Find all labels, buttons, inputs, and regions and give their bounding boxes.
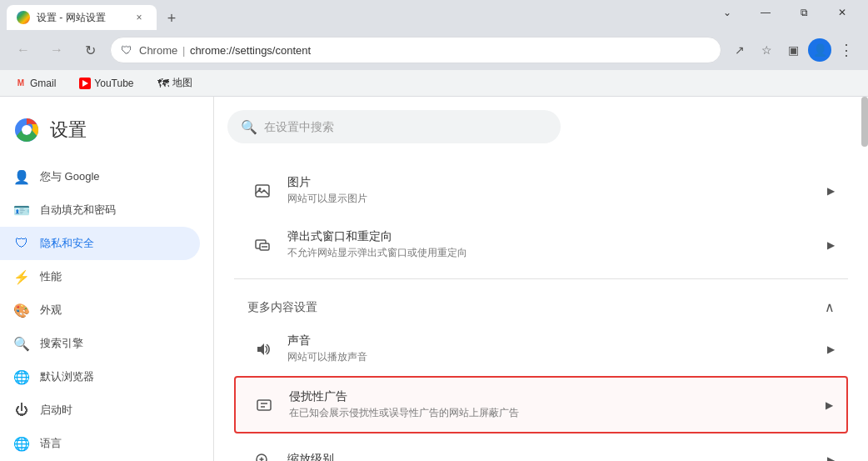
settings-item-images[interactable]: 图片 网站可以显示图片 ▶ (234, 163, 848, 218)
shield-icon: 🛡 (121, 43, 132, 57)
sidebar-item-appearance[interactable]: 🎨 外观 (0, 293, 200, 327)
bookmark-button[interactable]: ☆ (755, 38, 778, 62)
minimize-button[interactable]: — (746, 0, 785, 25)
images-arrow-icon: ▶ (827, 185, 835, 197)
settings-item-ads-text: 侵扰性广告 在已知会展示侵扰性或误导性广告的网站上屏蔽广告 (289, 389, 826, 420)
zoom-arrow-icon: ▶ (827, 454, 835, 461)
sidebar: 设置 👤 您与 Google 🪪 自动填充和密码 🛡 隐私和安全 ⚡ 性能 🎨 … (0, 97, 213, 461)
close-icon: ✕ (838, 7, 846, 18)
share-button[interactable]: ↗ (728, 38, 751, 62)
forward-icon: → (50, 43, 63, 58)
active-tab[interactable]: 设置 - 网站设置 × (7, 5, 157, 30)
settings-item-popup-desc: 不允许网站显示弹出式窗口或使用重定向 (287, 246, 827, 260)
forward-button[interactable]: → (43, 37, 70, 63)
settings-item-sound-desc: 网站可以播放声音 (287, 350, 827, 364)
settings-item-popup-text: 弹出式窗口和重定向 不允许网站显示弹出式窗口或使用重定向 (287, 229, 827, 260)
sidebar-item-privacy[interactable]: 🛡 隐私和安全 (0, 227, 200, 260)
main-content: 设置 👤 您与 Google 🪪 自动填充和密码 🛡 隐私和安全 ⚡ 性能 🎨 … (0, 97, 868, 461)
minimize-icon: — (761, 7, 771, 18)
close-button[interactable]: ✕ (823, 0, 861, 25)
image-icon (247, 176, 277, 206)
sidebar-item-autofill-label: 自动填充和密码 (40, 203, 116, 218)
divider-1 (234, 278, 848, 279)
settings-item-sound[interactable]: 声音 网站可以播放声音 ▶ (234, 322, 848, 376)
bookmarks-bar: M Gmail YouTube 🗺 地图 (0, 70, 868, 97)
bookmark-maps[interactable]: 🗺 地图 (152, 73, 197, 93)
settings-item-images-desc: 网站可以显示图片 (287, 192, 827, 206)
settings-item-zoom-title: 缩放级别 (287, 452, 827, 461)
sidebar-item-search[interactable]: 🔍 搜索引擎 (0, 327, 200, 360)
address-text: Chrome | chrome://settings/content (139, 44, 711, 57)
ads-arrow-icon: ▶ (826, 399, 833, 411)
zoom-icon (247, 445, 277, 461)
browser-icon: 🌐 (13, 368, 30, 385)
restore-icon: ⧉ (801, 7, 808, 18)
bookmark-gmail[interactable]: M Gmail (10, 74, 61, 93)
profile-icon: 👤 (813, 43, 827, 57)
globe-icon: 🌐 (13, 435, 30, 452)
sidebar-item-performance-label: 性能 (40, 269, 62, 284)
tab-bar: 设置 - 网站设置 × + (7, 0, 705, 30)
content-area: 🔍 图片 网站可以显示图片 (213, 97, 868, 461)
gauge-icon: ⚡ (13, 268, 30, 285)
menu-button[interactable]: ⋮ (835, 38, 858, 62)
refresh-icon: ↻ (85, 43, 96, 58)
sidebar-item-performance[interactable]: ⚡ 性能 (0, 260, 200, 293)
sidebar-item-browser-label: 默认浏览器 (40, 369, 94, 384)
sidebar-item-privacy-label: 隐私和安全 (40, 236, 94, 251)
star-icon: ☆ (761, 43, 772, 57)
search-input[interactable] (264, 120, 547, 133)
settings-item-ads-title: 侵扰性广告 (289, 389, 826, 404)
badge-icon: 🪪 (13, 202, 30, 218)
sidebar-item-browser[interactable]: 🌐 默认浏览器 (0, 360, 200, 393)
more-section-header: 更多内容设置 ∧ (234, 286, 848, 322)
person-icon: 👤 (13, 168, 30, 185)
sound-arrow-icon: ▶ (827, 343, 835, 355)
search-input-icon: 🔍 (241, 119, 257, 135)
new-tab-button[interactable]: + (160, 7, 183, 30)
address-actions: ↗ ☆ ▣ 👤 ⋮ (728, 38, 858, 62)
tab-close-button[interactable]: × (132, 10, 147, 25)
scrollbar-track (861, 97, 868, 461)
settings-item-ads-desc: 在已知会展示侵扰性或误导性广告的网站上屏蔽广告 (289, 406, 826, 420)
chevron-down-button[interactable]: ⌄ (708, 0, 746, 25)
more-section-title: 更多内容设置 (247, 300, 317, 315)
tab-favicon (17, 11, 30, 24)
profile-button[interactable]: 👤 (808, 38, 831, 62)
sidebar-item-google[interactable]: 👤 您与 Google (0, 160, 200, 193)
settings-item-ads[interactable]: 侵扰性广告 在已知会展示侵扰性或误导性广告的网站上屏蔽广告 ▶ (234, 376, 848, 433)
settings-item-zoom[interactable]: 缩放级别 ▶ (234, 433, 848, 461)
section-toggle-icon[interactable]: ∧ (825, 299, 835, 315)
restore-button[interactable]: ⧉ (785, 0, 823, 25)
settings-item-images-text: 图片 网站可以显示图片 (287, 175, 827, 206)
bookmark-maps-label: 地图 (172, 76, 192, 90)
puzzle-icon: ▣ (788, 43, 799, 57)
extension-button[interactable]: ▣ (781, 38, 805, 62)
settings-item-sound-text: 声音 网站可以播放声音 (287, 333, 827, 364)
palette-icon: 🎨 (13, 302, 30, 318)
sidebar-item-startup[interactable]: ⏻ 启动时 (0, 393, 200, 427)
sidebar-item-language[interactable]: 🌐 语言 (0, 427, 200, 460)
youtube-icon (79, 78, 91, 89)
back-button[interactable]: ← (10, 37, 37, 63)
search-sidebar-icon: 🔍 (13, 335, 30, 352)
play-icon (82, 80, 88, 87)
back-icon: ← (17, 43, 30, 58)
share-icon: ↗ (735, 43, 745, 57)
refresh-button[interactable]: ↻ (77, 37, 103, 63)
gmail-icon: M (15, 78, 27, 89)
address-input[interactable]: 🛡 Chrome | chrome://settings/content (110, 37, 721, 63)
chevron-down-icon: ⌄ (723, 7, 731, 18)
settings-item-popup[interactable]: 弹出式窗口和重定向 不允许网站显示弹出式窗口或使用重定向 ▶ (234, 218, 848, 272)
settings-item-images-title: 图片 (287, 175, 827, 190)
search-box[interactable]: 🔍 (227, 110, 561, 143)
bookmark-youtube[interactable]: YouTube (74, 74, 138, 93)
settings-title: 设置 (50, 118, 87, 143)
settings-header: 设置 (0, 110, 213, 160)
sidebar-item-google-label: 您与 Google (40, 169, 100, 184)
sidebar-item-autofill[interactable]: 🪪 自动填充和密码 (0, 193, 200, 227)
settings-item-popup-title: 弹出式窗口和重定向 (287, 229, 827, 244)
scrollbar-thumb[interactable] (861, 97, 868, 147)
popup-icon (247, 230, 277, 260)
title-bar: 设置 - 网站设置 × + ⌄ — ⧉ ✕ (0, 0, 868, 30)
